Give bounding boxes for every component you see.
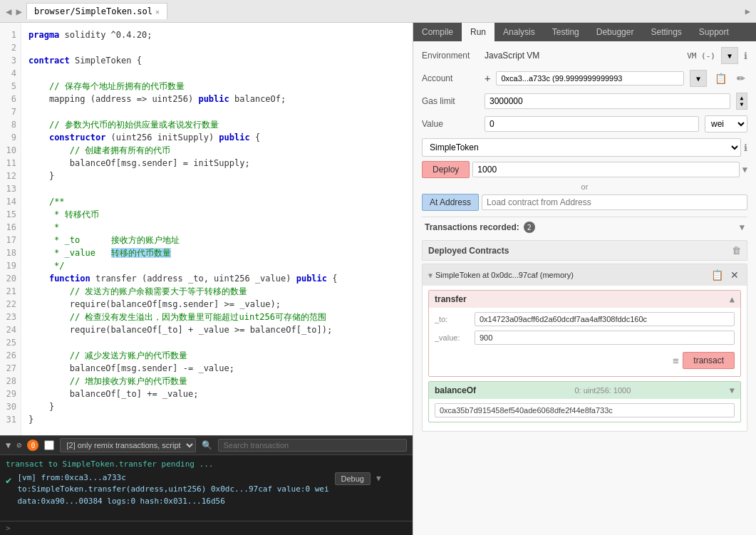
code-editor[interactable]: pragma solidity ^0.4.20; contract Simple… [21, 23, 413, 435]
tab-testing[interactable]: Testing [544, 23, 588, 41]
balance-label: balanceOf [435, 385, 476, 395]
console-checkbox[interactable] [44, 440, 54, 450]
transact-button[interactable]: transact [683, 352, 735, 369]
account-copy-button[interactable]: 📋 [713, 72, 729, 85]
vm-label: VM (-) [687, 51, 715, 61]
tab-close-icon[interactable]: ✕ [155, 8, 160, 16]
tab-analysis[interactable]: Analysis [494, 23, 544, 41]
debug-button[interactable]: Debug [335, 472, 371, 485]
environment-row: Environment JavaScript VM VM (-) ▼ ℹ [422, 47, 747, 64]
balance-body [429, 399, 740, 422]
contract-instance-name: SimpleToken at 0x0dc...97caf (memory) [435, 271, 706, 279]
at-address-input[interactable] [482, 194, 747, 210]
console-search-input[interactable] [218, 439, 407, 452]
func-actions: ≡ transact [435, 349, 735, 372]
console-badge: 0 [27, 440, 38, 451]
code-panel: 12345 678910 1112131415 1617181920 21222… [0, 23, 413, 535]
account-input[interactable] [496, 71, 684, 85]
value-param-label: _value: [435, 333, 470, 342]
contract-info-icon[interactable]: ℹ [744, 142, 747, 153]
console-pending-text: transact to SimpleToken.transfer pending… [6, 458, 407, 471]
transfer-header[interactable]: transfer ▲ [429, 291, 740, 308]
balance-section: balanceOf 0: uint256: 1000 ▼ [428, 381, 741, 422]
at-address-button[interactable]: At Address [422, 194, 479, 211]
tab-compile[interactable]: Compile [413, 23, 462, 41]
line-numbers: 12345 678910 1112131415 1617181920 21222… [0, 23, 21, 435]
account-dropdown[interactable]: ▼ [690, 70, 707, 87]
transactions-chevron-icon[interactable]: ▼ [740, 222, 745, 232]
to-param-label: _to: [435, 315, 470, 323]
gas-limit-label: Gas limit [422, 96, 479, 106]
balance-header[interactable]: balanceOf 0: uint256: 1000 ▼ [429, 382, 740, 399]
gas-limit-row: Gas limit ▲ ▼ [422, 93, 747, 110]
console-log-to: to:SimpleToken.transfer(address,uint256)… [17, 484, 328, 496]
value-unit-select[interactable]: wei [705, 115, 747, 133]
console-input[interactable] [6, 524, 407, 533]
main-layout: 12345 678910 1112131415 1617181920 21222… [0, 23, 756, 535]
contract-body: transfer ▲ _to: 输入一个账户地址 [423, 286, 747, 431]
tab-debugger[interactable]: Debugger [588, 23, 643, 41]
env-info-icon[interactable]: ℹ [744, 51, 747, 61]
deploy-input[interactable] [472, 162, 739, 177]
deploy-button[interactable]: Deploy [422, 161, 470, 178]
balance-result-text: 0: uint256: 1000 [574, 386, 631, 395]
vm-dropdown[interactable]: ▼ [721, 47, 738, 64]
expand-icon[interactable]: ▶ [745, 6, 750, 16]
value-input[interactable] [485, 116, 699, 132]
console-log-from: [vm] from:0xca3...a733c [17, 472, 328, 484]
transactions-header: Transactions recorded: 2 ▼ [422, 217, 747, 237]
value-row: Value wei [422, 115, 747, 133]
environment-value: JavaScript VM [485, 51, 681, 61]
encode-icon[interactable]: ≡ [673, 355, 678, 366]
contract-select[interactable]: SimpleToken [422, 138, 741, 157]
contract-instance-icons: 📋 ✕ [709, 269, 741, 281]
deploy-row: Deploy ▼ [422, 161, 747, 178]
tab-settings[interactable]: Settings [642, 23, 690, 41]
console-expand-icon[interactable]: ▼ [376, 472, 381, 485]
value-param-input[interactable] [475, 331, 735, 345]
to-param-input[interactable] [475, 312, 735, 326]
console-body: transact to SimpleToken.transfer pending… [0, 455, 413, 521]
console-toolbar: ▼ ⊘ 0 [2] only remix transactions, scrip… [0, 436, 413, 455]
contract-close-button[interactable]: ✕ [728, 269, 741, 281]
account-plus-icon[interactable]: + [485, 73, 490, 84]
contract-instance: ▼ SimpleToken at 0x0dc...97caf (memory) … [422, 264, 747, 432]
contract-instance-header[interactable]: ▼ SimpleToken at 0x0dc...97caf (memory) … [423, 264, 747, 286]
deployed-title: Deployed Contracts [428, 246, 732, 256]
contract-select-row: SimpleToken ℹ [422, 138, 747, 157]
console-down-icon[interactable]: ▼ [6, 440, 11, 450]
contract-copy-button[interactable]: 📋 [709, 269, 725, 281]
console-filter-select[interactable]: [2] only remix transactions, script [60, 438, 196, 452]
gas-limit-input[interactable] [485, 93, 730, 109]
account-label: Account [422, 73, 479, 83]
tab-support[interactable]: Support [690, 23, 737, 41]
tab-label: browser/SimpleToken.sol [34, 6, 152, 16]
right-panel-nav: Compile Run Analysis Testing Debugger Se… [413, 23, 756, 41]
back-arrow-icon[interactable]: ◀ [6, 6, 11, 17]
balance-of-input[interactable] [435, 403, 735, 417]
console-stop-icon[interactable]: ⊘ [16, 440, 21, 450]
value-label: Value [422, 119, 479, 129]
trash-icon[interactable]: 🗑 [732, 245, 741, 256]
transfer-chevron-icon[interactable]: ▲ [730, 294, 735, 304]
console-input-bar [0, 521, 413, 535]
console-search-icon[interactable]: 🔍 [202, 440, 212, 450]
tab-run[interactable]: Run [462, 23, 494, 41]
to-param-row: _to: 输入一个账户地址 [435, 312, 735, 326]
console-area: ▼ ⊘ 0 [2] only remix transactions, scrip… [0, 435, 413, 535]
console-check-icon: ✔ [6, 472, 11, 488]
deploy-chevron-icon[interactable]: ▼ [742, 165, 747, 175]
balance-input-row [435, 403, 735, 417]
account-edit-button[interactable]: ✏ [735, 72, 747, 85]
balance-chevron-icon[interactable]: ▼ [730, 385, 735, 395]
at-address-row: At Address [422, 194, 747, 211]
top-bar: ◀ ▶ browser/SimpleToken.sol ✕ ▶ [0, 0, 756, 23]
deployed-section: Deployed Contracts 🗑 ▼ SimpleToken at 0x… [422, 240, 747, 432]
forward-arrow-icon[interactable]: ▶ [16, 6, 21, 17]
account-row: Account + ▼ 📋 ✏ ➘ 可以在这里选择其他账户复制其地址 [422, 70, 747, 87]
transfer-label: transfer [435, 294, 467, 304]
right-content: Environment JavaScript VM VM (-) ▼ ℹ Acc… [413, 41, 756, 535]
transactions-badge: 2 [524, 222, 535, 233]
file-tab[interactable]: browser/SimpleToken.sol ✕ [26, 3, 167, 19]
gas-spinner[interactable]: ▲ ▼ [736, 93, 747, 110]
